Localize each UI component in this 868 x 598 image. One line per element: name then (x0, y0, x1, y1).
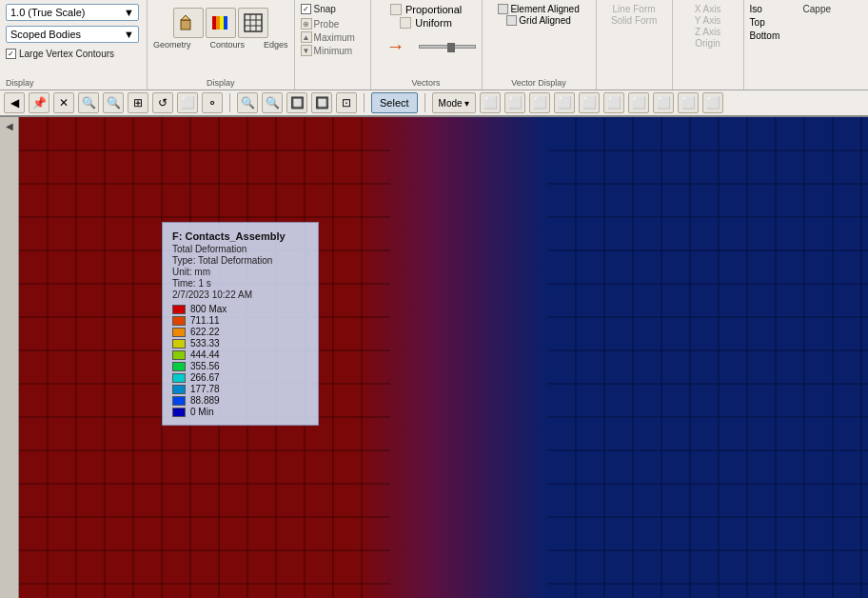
geometry-label: Geometry (153, 40, 191, 50)
box-select-button[interactable]: ⬜ (177, 92, 198, 113)
zoom-minus-button[interactable]: 🔍 (262, 92, 283, 113)
icon-btn-9[interactable]: ⬜ (678, 92, 699, 113)
scoped-bodies-label: Scoped Bodies (10, 29, 81, 40)
legend-unit: Unit: mm (172, 267, 308, 277)
zoom-box-button[interactable]: 🔲 (286, 92, 307, 113)
collapse-button[interactable]: ◀ (4, 92, 25, 113)
edges-button[interactable] (238, 8, 268, 38)
legend-type-detail: Type: Total Deformation (172, 255, 308, 266)
legend-color-swatch (172, 408, 186, 417)
select-button[interactable]: Select (371, 92, 418, 113)
separator2 (364, 93, 365, 112)
icon-btn-7[interactable]: ⬜ (628, 92, 649, 113)
legend-color-swatch (172, 350, 186, 360)
z-axis-label: Z Axis (695, 27, 720, 37)
legend-entry: 0 Min (172, 407, 308, 417)
legend-date: 2/7/2023 10:22 AM (172, 289, 308, 300)
mode-button[interactable]: Mode ▾ (432, 92, 477, 113)
icon-btn-5[interactable]: ⬜ (579, 92, 600, 113)
window-close-button[interactable]: ✕ (53, 92, 74, 113)
large-vertex-row: ✓ Large Vertex Contours (6, 49, 141, 59)
contours-button[interactable] (206, 8, 236, 38)
element-aligned-label: Element Aligned (510, 4, 579, 14)
iso-row: Iso (750, 4, 796, 14)
line-form-label: Line Form (613, 4, 656, 14)
zoom-all-button[interactable]: 🔍 (237, 92, 258, 113)
zoom-window-button[interactable]: 🔲 (311, 92, 332, 113)
solid-form-label: Solid Form (611, 15, 657, 26)
element-aligned-icon (498, 4, 508, 14)
display-icon-labels: Geometry Contours Edges (153, 40, 288, 50)
display-icons-section: Geometry Contours Edges Display (148, 0, 295, 90)
3d-viewport[interactable]: ◀ (0, 117, 868, 598)
snap-checkbox[interactable]: ✓ (301, 4, 311, 14)
viewport-collapse-panel: ◀ (0, 117, 19, 598)
legend-value-label: 177.78 (190, 384, 220, 394)
icon-btn-8[interactable]: ⬜ (653, 92, 674, 113)
legend-value-label: 533.33 (190, 338, 220, 349)
legend-color-swatch (172, 339, 186, 349)
display-bottom-label: Display (207, 78, 235, 88)
fit-view-button[interactable]: ⊞ (128, 92, 148, 113)
separator3 (424, 93, 425, 112)
scoped-bodies-dropdown[interactable]: Scoped Bodies ▼ (6, 26, 139, 43)
proportional-label: Proportional (405, 4, 462, 15)
icon-btn-6[interactable]: ⬜ (603, 92, 624, 113)
icon-btn-3[interactable]: ⬜ (529, 92, 550, 113)
svg-marker-1 (181, 15, 190, 20)
legend-entry: 622.22 (172, 327, 308, 337)
capped-section: Cappe (801, 0, 833, 90)
collapse-arrow[interactable]: ◀ (6, 121, 13, 131)
probe-row: ⊕ Probe ▲ Maximum ▼ Minimum (301, 18, 365, 56)
svg-rect-2 (212, 16, 216, 30)
probe-label: Probe (314, 19, 340, 30)
vectors-arrow-row: → (377, 32, 476, 59)
legend-title: F: Contacts_Assembly (172, 230, 308, 242)
legend-entry: 266.67 (172, 372, 308, 383)
grid-aligned-row: Grid Aligned (506, 15, 570, 26)
vectors-arrow-button[interactable]: → (377, 32, 415, 59)
svg-rect-4 (220, 16, 224, 30)
edges-label: Edges (264, 40, 288, 50)
uniform-icon[interactable] (400, 17, 411, 29)
vector-slider[interactable] (419, 45, 476, 49)
snap-section: ✓ Snap ⊕ Probe ▲ Maximum ▼ Minimum (295, 0, 371, 90)
maximum-label: Maximum (314, 32, 355, 43)
circle-select-button[interactable]: ⚬ (202, 92, 223, 113)
minimum-label: Minimum (314, 46, 353, 56)
rotate-button[interactable]: ↺ (152, 92, 173, 113)
minimum-icon[interactable]: ▼ (301, 45, 312, 56)
geometry-button[interactable] (173, 8, 204, 38)
vectors-section: Proportional Uniform → Vectors (371, 0, 483, 90)
close-icon: ✕ (59, 96, 69, 110)
iso-label: Iso (750, 4, 762, 14)
icon-btn-2[interactable]: ⬜ (504, 92, 525, 113)
legend-color-swatch (172, 316, 186, 326)
pin-button[interactable]: 📌 (29, 92, 49, 113)
y-axis-label: Y Axis (695, 15, 721, 26)
legend-value-label: 800 Max (190, 304, 227, 314)
legend-entry: 533.33 (172, 338, 308, 349)
scale-dropdown[interactable]: 1.0 (True Scale) ▼ (6, 4, 139, 21)
legend-entry: 711.11 (172, 315, 308, 326)
legend-color-swatch (172, 305, 186, 314)
probe-icon[interactable]: ⊕ (301, 18, 312, 30)
legend-color-swatch (172, 396, 186, 406)
capped-label: Cappe (803, 4, 831, 14)
svg-rect-0 (181, 20, 190, 30)
proportional-icon[interactable] (390, 4, 402, 15)
zoom-fit-button[interactable]: ⊡ (336, 92, 357, 113)
icon-btn-1[interactable]: ⬜ (480, 92, 501, 113)
legend-value-label: 711.11 (190, 315, 220, 326)
maximum-icon[interactable]: ▲ (301, 31, 312, 43)
top-row: Top (750, 17, 796, 28)
legend-value-label: 622.22 (190, 327, 220, 337)
zoom-in-button[interactable]: 🔍 (103, 92, 124, 113)
zoom-out-button[interactable]: 🔍 (78, 92, 99, 113)
legend-entry: 355.56 (172, 361, 308, 371)
box-select-icon: ⬜ (181, 96, 195, 110)
icon-btn-10[interactable]: ⬜ (702, 92, 723, 113)
icon-btn-4[interactable]: ⬜ (554, 92, 575, 113)
fit-icon: ⊞ (133, 96, 143, 110)
large-vertex-checkbox[interactable]: ✓ (6, 49, 16, 59)
